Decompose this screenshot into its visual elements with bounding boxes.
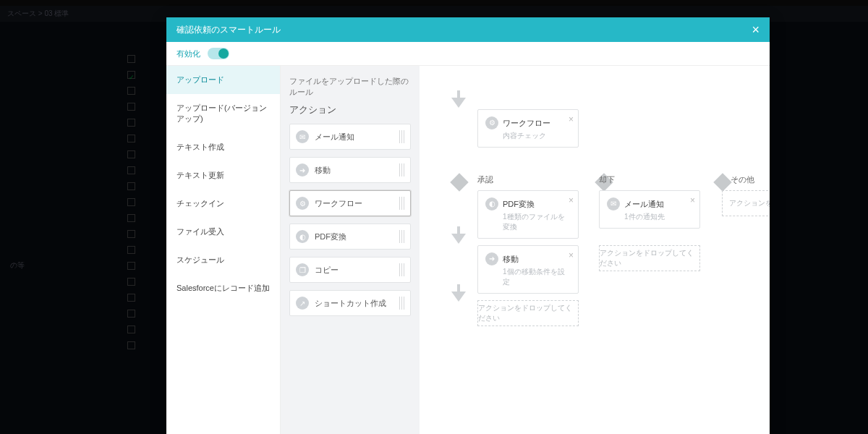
palette-copy-label: コピー	[315, 265, 399, 276]
enable-label: 有効化	[176, 48, 200, 59]
enable-toggle[interactable]	[208, 48, 229, 59]
move-icon: ➜	[485, 252, 498, 265]
node-subtitle: 内容チェック	[503, 131, 571, 141]
palette-copy[interactable]: ❐ コピー	[289, 257, 411, 283]
drop-zone-approve[interactable]: アクションをドロップしてください	[477, 300, 579, 326]
move-icon: ➜	[296, 163, 309, 176]
remove-node-icon[interactable]: ×	[569, 195, 574, 205]
funnel-icon	[451, 98, 466, 108]
shortcut-icon: ↗	[296, 297, 309, 310]
remove-node-icon[interactable]: ×	[690, 195, 695, 205]
flow-node-mail[interactable]: ✉メール通知 1件の通知先 ×	[599, 190, 700, 229]
palette-workflow[interactable]: ⚙ ワークフロー	[289, 190, 411, 216]
modal-header: 確認依頼のスマートルール ×	[166, 17, 770, 42]
drag-handle-icon[interactable]	[399, 263, 404, 276]
flow-connector	[457, 90, 460, 98]
palette-workflow-label: ワークフロー	[315, 198, 399, 209]
drop-zone-other[interactable]: アクションをドロッ	[722, 190, 770, 216]
palette-shortcut-label: ショートカット作成	[315, 298, 399, 309]
close-icon[interactable]: ×	[752, 22, 760, 38]
modal-title: 確認依頼のスマートルール	[176, 24, 281, 36]
palette-move-label: 移動	[315, 165, 399, 176]
palette-mail-label: メール通知	[315, 132, 399, 142]
nav-salesforce[interactable]: Salesforceにレコード追加	[166, 274, 280, 302]
funnel-icon	[451, 234, 466, 244]
palette-title: アクション	[289, 103, 411, 116]
palette-pdf[interactable]: ◐ PDF変換	[289, 224, 411, 250]
nav-text-update[interactable]: テキスト更新	[166, 161, 280, 190]
branch-label-approve: 承認	[477, 174, 493, 185]
mail-icon: ✉	[607, 197, 620, 210]
drop-zone-reject[interactable]: アクションをドロップしてください	[599, 245, 700, 271]
funnel-icon	[451, 292, 466, 302]
workflow-icon: ⚙	[485, 116, 498, 129]
flow-node-workflow[interactable]: ⚙ワークフロー 内容チェック ×	[477, 109, 579, 148]
flow-node-move[interactable]: ➜移動 1個の移動条件を設定 ×	[477, 245, 579, 294]
action-palette: ファイルをアップロードした際のルール アクション ✉ メール通知 ➜ 移動 ⚙ …	[281, 66, 420, 434]
nav-upload-version[interactable]: アップロード(バージョンアップ)	[166, 94, 280, 133]
enable-row: 有効化	[166, 42, 770, 66]
node-title: メール通知	[624, 200, 664, 208]
section-title: ファイルをアップロードした際のルール	[289, 76, 411, 98]
drag-handle-icon[interactable]	[399, 230, 404, 243]
branch-label-other: その他	[731, 174, 754, 185]
nav-schedule[interactable]: スケジュール	[166, 246, 280, 274]
node-subtitle: 1個の移動条件を設定	[503, 267, 571, 287]
drag-handle-icon[interactable]	[399, 297, 404, 310]
drag-handle-icon[interactable]	[399, 163, 404, 176]
mail-icon: ✉	[296, 130, 309, 143]
copy-icon: ❐	[296, 263, 309, 276]
node-title: 移動	[503, 255, 519, 263]
branch-label-reject: 却下	[599, 174, 615, 185]
branch-diamond-icon	[713, 173, 731, 191]
node-title: PDF変換	[503, 200, 535, 208]
branch-diamond-icon	[450, 173, 468, 191]
remove-node-icon[interactable]: ×	[569, 250, 574, 260]
nav-checkin[interactable]: チェックイン	[166, 190, 280, 218]
nav-file-receive[interactable]: ファイル受入	[166, 218, 280, 246]
flow-connector	[457, 226, 460, 234]
node-subtitle: 1種類のファイルを変換	[503, 212, 571, 232]
pdf-icon: ◐	[296, 230, 309, 243]
drag-handle-icon[interactable]	[399, 197, 404, 210]
palette-mail[interactable]: ✉ メール通知	[289, 124, 411, 150]
palette-move[interactable]: ➜ 移動	[289, 157, 411, 183]
flow-connector	[457, 284, 460, 292]
nav-text-create[interactable]: テキスト作成	[166, 133, 280, 161]
node-subtitle: 1件の通知先	[624, 212, 692, 222]
remove-node-icon[interactable]: ×	[569, 114, 574, 124]
pdf-icon: ◐	[485, 197, 498, 210]
palette-pdf-label: PDF変換	[315, 231, 399, 242]
nav-upload[interactable]: アップロード	[166, 66, 280, 94]
flow-node-pdf[interactable]: ◐PDF変換 1種類のファイルを変換 ×	[477, 190, 579, 239]
flow-canvas[interactable]: ⚙ワークフロー 内容チェック × 承認 却下 その他 ◐PDF変換 1種類のファ…	[420, 66, 770, 434]
node-title: ワークフロー	[503, 119, 550, 127]
drag-handle-icon[interactable]	[399, 130, 404, 143]
smartrule-modal: 確認依頼のスマートルール × 有効化 アップロード アップロード(バージョンアッ…	[166, 17, 770, 434]
trigger-nav: アップロード アップロード(バージョンアップ) テキスト作成 テキスト更新 チェ…	[166, 66, 281, 434]
palette-shortcut[interactable]: ↗ ショートカット作成	[289, 290, 411, 316]
workflow-icon: ⚙	[296, 197, 309, 210]
